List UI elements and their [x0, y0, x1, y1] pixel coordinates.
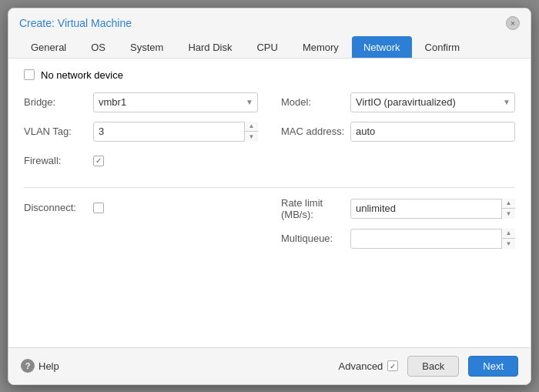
help-icon: ?	[21, 359, 35, 373]
close-button[interactable]: ×	[506, 16, 520, 30]
rate-spinner-wrapper: ▲ ▼	[350, 199, 515, 219]
divider	[24, 187, 515, 188]
advanced-label: Advanced ✓	[339, 360, 399, 372]
create-vm-dialog: Create: Virtual Machine × General OS Sys…	[8, 8, 531, 385]
rate-increment[interactable]: ▲	[502, 199, 515, 209]
rate-row: Rate limit (MB/s): ▲ ▼	[281, 197, 515, 220]
tab-general[interactable]: General	[19, 36, 78, 58]
disconnect-row: Disconnect:	[24, 197, 258, 219]
firewall-checkmark: ✓	[95, 156, 102, 165]
form-left-2: Disconnect:	[24, 197, 258, 257]
tab-memory[interactable]: Memory	[291, 36, 350, 58]
rate-spinner-buttons: ▲ ▼	[501, 199, 515, 219]
vlan-row: VLAN Tag: ▲ ▼	[24, 121, 258, 142]
multiqueue-label: Multiqueue:	[281, 233, 350, 244]
model-select[interactable]: VirtIO (paravirtualized)	[350, 92, 515, 112]
tab-hard-disk[interactable]: Hard Disk	[176, 36, 243, 58]
next-button[interactable]: Next	[468, 356, 518, 377]
help-button[interactable]: ? Help	[21, 359, 59, 373]
vlan-increment[interactable]: ▲	[245, 122, 258, 132]
form-right: Model: VirtIO (paravirtualized) ▼ MAC ad…	[281, 92, 515, 179]
multiqueue-row: Multiqueue: ▲ ▼	[281, 228, 515, 250]
content-area: No network device Bridge: vmbr1 ▼ VLAN T…	[8, 59, 531, 347]
form-section: Bridge: vmbr1 ▼ VLAN Tag: ▲ ▼	[24, 92, 515, 179]
no-network-label: No network device	[41, 69, 123, 81]
firewall-label: Firewall:	[24, 155, 93, 166]
form-left: Bridge: vmbr1 ▼ VLAN Tag: ▲ ▼	[24, 92, 258, 179]
bridge-select[interactable]: vmbr1	[93, 92, 258, 112]
mac-label: MAC address:	[281, 126, 350, 137]
model-row: Model: VirtIO (paravirtualized) ▼	[281, 92, 515, 113]
vlan-spinner-buttons: ▲ ▼	[244, 122, 258, 142]
disconnect-label: Disconnect:	[24, 202, 93, 213]
tab-confirm[interactable]: Confirm	[413, 36, 472, 58]
no-network-checkbox[interactable]	[24, 69, 35, 80]
advanced-checkmark: ✓	[390, 362, 396, 370]
dialog-footer: ? Help Advanced ✓ Back Next	[8, 347, 531, 384]
advanced-text: Advanced	[339, 360, 383, 372]
rate-label: Rate limit (MB/s):	[281, 197, 350, 220]
disconnect-checkbox[interactable]	[93, 203, 104, 213]
advanced-checkbox[interactable]: ✓	[387, 360, 398, 371]
rate-input[interactable]	[350, 199, 515, 219]
tab-bar: General OS System Hard Disk CPU Memory N…	[8, 30, 531, 59]
form-section-2: Disconnect: Rate limit (MB/s): ▲ ▼	[24, 197, 515, 257]
bridge-select-wrapper: vmbr1 ▼	[93, 92, 258, 112]
back-button[interactable]: Back	[407, 356, 459, 377]
multiqueue-spinner-wrapper: ▲ ▼	[350, 229, 515, 249]
multiqueue-input[interactable]	[350, 229, 515, 249]
no-network-row: No network device	[24, 69, 515, 81]
multiqueue-increment[interactable]: ▲	[502, 229, 515, 240]
vlan-label: VLAN Tag:	[24, 126, 93, 137]
model-label: Model:	[281, 96, 350, 108]
tab-cpu[interactable]: CPU	[245, 36, 289, 58]
firewall-checkbox[interactable]: ✓	[93, 156, 104, 166]
dialog-title: Create: Virtual Machine	[19, 17, 132, 29]
mac-input[interactable]	[350, 122, 515, 142]
tab-os[interactable]: OS	[79, 36, 117, 58]
tab-system[interactable]: System	[119, 36, 175, 58]
rate-decrement[interactable]: ▼	[502, 209, 515, 219]
title-bar: Create: Virtual Machine ×	[8, 8, 531, 30]
firewall-row: Firewall: ✓	[24, 150, 258, 172]
bridge-label: Bridge:	[24, 96, 93, 108]
footer-right: Advanced ✓ Back Next	[339, 356, 518, 377]
model-select-wrapper: VirtIO (paravirtualized) ▼	[350, 92, 515, 112]
help-label: Help	[38, 360, 59, 372]
form-right-2: Rate limit (MB/s): ▲ ▼ Multiqueue:	[281, 197, 515, 257]
mac-row: MAC address:	[281, 121, 515, 142]
vlan-decrement[interactable]: ▼	[245, 132, 258, 142]
vlan-input[interactable]	[93, 122, 258, 142]
vlan-spinner-wrapper: ▲ ▼	[93, 122, 258, 142]
tab-network[interactable]: Network	[352, 36, 412, 58]
multiqueue-decrement[interactable]: ▼	[502, 239, 515, 249]
bridge-row: Bridge: vmbr1 ▼	[24, 92, 258, 113]
multiqueue-spinner-buttons: ▲ ▼	[501, 229, 515, 249]
